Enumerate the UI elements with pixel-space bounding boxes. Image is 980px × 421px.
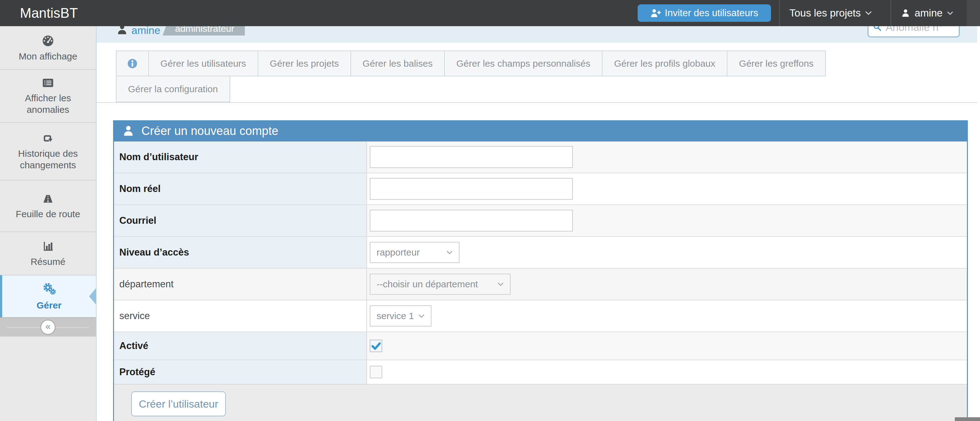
sidebar-item-changelog[interactable]: Historique des changements [0, 122, 96, 180]
service-label: service [114, 300, 367, 332]
create-account-panel: Créer un nouveau compte Nom d’utilisateu… [113, 120, 968, 421]
sidebar: Mon affichage Afficher les anomalies His… [0, 26, 97, 421]
access-level-value: rapporteur [377, 247, 420, 258]
chevron-down-icon [498, 282, 504, 286]
protected-checkbox[interactable] [370, 366, 382, 378]
form-row-department: département --choisir un département [114, 268, 967, 300]
tab-info[interactable] [116, 51, 149, 77]
user-menu-label: amine [915, 7, 943, 19]
active-item-arrow [89, 288, 96, 305]
project-selector[interactable]: Tous les projets [789, 0, 872, 26]
mantisbt-screen: amine administrateur MantisBT Inviter de… [0, 0, 980, 421]
info-icon [127, 59, 137, 69]
tabs-bottom-divider [97, 102, 977, 103]
navbar-divider [891, 0, 891, 26]
enabled-checkbox[interactable] [370, 340, 382, 352]
navbar-divider [779, 0, 780, 26]
sidebar-item-my-view[interactable]: Mon affichage [0, 26, 96, 69]
tab-manage-configuration[interactable]: Gérer la configuration [116, 76, 230, 102]
service-value: service 1 [377, 311, 414, 321]
enabled-label: Activé [114, 332, 367, 360]
chevron-down-icon [947, 11, 953, 15]
history-icon [40, 132, 56, 145]
form-row-access-level: Niveau d’accès rapporteur [114, 236, 967, 268]
realname-label: Nom réel [114, 173, 367, 204]
tab-manage-users[interactable]: Gérer les utilisateurs [148, 51, 258, 77]
road-icon [41, 193, 55, 205]
sidebar-item-label: Historique des changements [6, 148, 90, 171]
sidebar-item-label: Gérer [8, 300, 91, 311]
service-select[interactable]: service 1 [370, 305, 431, 327]
protected-label: Protégé [114, 360, 367, 384]
gears-icon [41, 282, 57, 297]
check-icon [371, 341, 381, 351]
tab-manage-custom-fields[interactable]: Gérer les champs personnalisés [444, 51, 603, 77]
department-select[interactable]: --choisir un département [370, 274, 511, 295]
sidebar-collapse-row: « [0, 317, 96, 336]
tab-manage-tags[interactable]: Gérer les balises [350, 51, 445, 77]
form-row-protected: Protégé [114, 360, 967, 384]
tab-manage-plugins[interactable]: Gérer les greffons [727, 51, 826, 77]
create-user-button[interactable]: Créer l’utilisateur [131, 391, 226, 416]
username-input[interactable] [370, 146, 573, 168]
email-label: Courriel [114, 205, 367, 236]
email-input[interactable] [370, 210, 573, 231]
tab-manage-projects[interactable]: Gérer les projets [258, 51, 351, 77]
username-label: Nom d’utilisateur [114, 142, 367, 173]
form-row-email: Courriel [114, 204, 967, 236]
sidebar-item-view-issues[interactable]: Afficher les anomalies [0, 69, 96, 122]
navbar-corner [967, 0, 980, 26]
sidebar-item-summary[interactable]: Résumé [0, 231, 96, 275]
list-icon [41, 77, 55, 89]
panel-header: Créer un nouveau compte [114, 120, 967, 142]
manage-tabs-row1: Gérer les utilisateurs Gérer les projets… [116, 51, 826, 77]
user-icon [901, 8, 910, 18]
form-row-username: Nom d’utilisateur [114, 142, 967, 173]
user-menu[interactable]: amine [901, 0, 953, 26]
tab-manage-global-profiles[interactable]: Gérer les profils globaux [602, 51, 727, 77]
user-plus-icon [651, 8, 661, 18]
chevron-down-icon [446, 250, 453, 255]
sidebar-item-label: Résumé [6, 256, 90, 267]
sidebar-item-manage[interactable]: Gérer [0, 275, 96, 317]
form-row-realname: Nom réel [114, 173, 967, 204]
manage-tabs-row2: Gérer la configuration [116, 76, 230, 102]
panel-footer: Créer l’utilisateur [114, 384, 967, 421]
department-value: --choisir un département [377, 279, 478, 290]
access-level-label: Niveau d’accès [114, 237, 367, 268]
horizontal-scrollbar-thumb[interactable] [955, 417, 980, 421]
sidebar-item-roadmap[interactable]: Feuille de route [0, 180, 96, 231]
project-selector-label: Tous les projets [789, 7, 861, 19]
realname-input[interactable] [370, 178, 573, 200]
sidebar-filler [0, 336, 96, 421]
chevron-down-icon [865, 11, 872, 15]
chevron-down-icon [418, 314, 425, 318]
access-level-select[interactable]: rapporteur [370, 242, 460, 263]
sidebar-item-label: Feuille de route [6, 208, 90, 220]
sidebar-item-label: Afficher les anomalies [6, 92, 90, 115]
invite-users-button[interactable]: Inviter des utilisateurs [638, 4, 771, 22]
gauge-icon [41, 33, 55, 47]
department-label: département [114, 269, 367, 300]
sidebar-collapse-button[interactable]: « [40, 320, 56, 335]
bar-chart-icon [41, 240, 55, 253]
form-row-enabled: Activé [114, 332, 967, 360]
invite-users-label: Inviter des utilisateurs [665, 8, 758, 19]
form-row-service: service service 1 [114, 300, 967, 332]
app-brand[interactable]: MantisBT [20, 0, 78, 26]
sidebar-item-label: Mon affichage [6, 51, 90, 62]
top-navbar: MantisBT Inviter des utilisateurs Tous l… [0, 0, 980, 26]
panel-title: Créer un nouveau compte [142, 124, 278, 138]
user-icon [122, 124, 135, 137]
